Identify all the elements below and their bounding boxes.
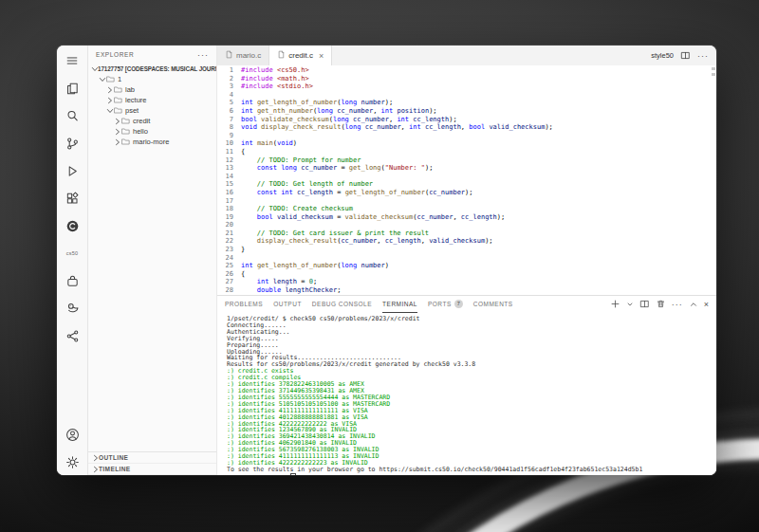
tree-item-17127757-codespaces-musical-journey[interactable]: 17127757 [CODESPACES: MUSICAL JOURNEY] — [88, 64, 216, 74]
panel-tab-ports[interactable]: PORTS7 — [428, 296, 463, 313]
tab-mario-c[interactable]: mario.c — [217, 46, 269, 65]
sidebar-footer: OUTLINETIMELINE — [88, 451, 216, 475]
terminal-line: 1/pset/credit/ $ — [227, 473, 716, 475]
activity-bar-search-icon[interactable] — [65, 108, 80, 123]
code-line: 1#include <cs50.h> — [217, 66, 716, 75]
folder-icon — [121, 127, 130, 136]
activity-bar: cs50 — [57, 46, 88, 475]
code-text: int get_length_of_number(long number); — [241, 99, 393, 107]
code-line: 10int main(void) — [217, 139, 716, 148]
file-icon — [225, 50, 233, 61]
activity-bar-cs50-logo-icon[interactable] — [65, 218, 80, 233]
tree-item-lecture[interactable]: lecture — [88, 95, 216, 105]
chevron-up-icon[interactable] — [689, 300, 698, 309]
overview-ruler — [712, 67, 715, 79]
code-line: 24 — [217, 254, 716, 263]
terminal-line: Preparing..... — [227, 342, 716, 349]
more-actions-icon[interactable]: ··· — [672, 303, 683, 306]
line-number: 4 — [217, 91, 233, 100]
code-text: display_check_result(cc_number, cc_lengt… — [241, 237, 493, 246]
editor-actions: style50··· — [651, 46, 716, 65]
explorer-sidebar: EXPLORER ··· 17127757 [CODESPACES: MUSIC… — [88, 46, 217, 475]
close-icon[interactable]: × — [319, 51, 324, 61]
code-line: 12 // TODO: Prompt for number — [217, 156, 716, 165]
split-editor-icon[interactable] — [680, 50, 691, 61]
code-text: #include <math.h> — [241, 75, 309, 83]
editor-tab-bar: mario.ccredit.c×style50··· — [217, 46, 716, 65]
code-line: 5int get_length_of_number(long number); — [217, 99, 716, 107]
activity-bar-menu-icon[interactable] — [65, 53, 80, 68]
code-line: 8void display_check_result(long cc_numbe… — [217, 123, 716, 132]
activity-bar-explorer-icon[interactable] — [65, 81, 80, 96]
tree-item-label: 1 — [118, 75, 121, 83]
tree-chevron-icon — [106, 107, 113, 115]
file-tree: 17127757 [CODESPACES: MUSICAL JOURNEY]1l… — [88, 64, 216, 451]
panel-tab-debug-console[interactable]: DEBUG CONSOLE — [312, 296, 372, 313]
code-line: 21 // TODO: Get card issuer & print the … — [217, 229, 716, 238]
line-number: 26 — [217, 270, 233, 279]
tree-item-credit[interactable]: credit — [88, 116, 216, 126]
folder-icon — [121, 117, 130, 125]
tree-chevron-icon — [106, 97, 113, 104]
tree-item-label: lab — [125, 85, 135, 94]
code-line: 28 double lengthChecker; — [217, 286, 716, 295]
code-text: int get_length_of_number(long number) — [241, 262, 389, 270]
close-icon[interactable]: × — [704, 300, 709, 309]
panel-tab-problems[interactable]: PROBLEMS — [225, 296, 263, 313]
code-line: 9 — [217, 132, 716, 140]
code-line: 19 bool valid_checksum = validate_checks… — [217, 213, 716, 222]
tree-item-pset[interactable]: pset — [88, 105, 216, 116]
folder-icon — [121, 138, 130, 146]
tree-item-label: lecture — [125, 96, 147, 104]
tree-item-lab[interactable]: lab — [88, 84, 216, 95]
activity-bar-run-debug-icon[interactable] — [65, 163, 80, 178]
sidebar-section-label: TIMELINE — [99, 466, 131, 472]
new-terminal-icon[interactable] — [610, 299, 620, 309]
sidebar-section-timeline[interactable]: TIMELINE — [88, 464, 216, 475]
panel-tab-output[interactable]: OUTPUT — [273, 296, 302, 313]
activity-bar-extensions-icon[interactable] — [65, 191, 80, 206]
tree-item-1[interactable]: 1 — [88, 74, 216, 84]
style50-button[interactable]: style50 — [651, 51, 674, 60]
panel-tab-terminal[interactable]: TERMINAL — [382, 296, 417, 313]
activity-bar-settings-gear-icon[interactable] — [65, 454, 80, 469]
tree-item-label: 17127757 [CODESPACES: MUSICAL JOURNEY] — [98, 65, 216, 72]
activity-bar-cs50-label[interactable]: cs50 — [65, 246, 80, 261]
line-number: 24 — [217, 254, 233, 263]
code-line: 26{ — [217, 270, 716, 279]
tree-item-mario-more[interactable]: mario-more — [88, 137, 216, 147]
chevron-down-icon[interactable] — [626, 301, 634, 308]
tree-item-hello[interactable]: hello — [88, 126, 216, 137]
folder-icon — [114, 96, 122, 104]
tree-item-label: pset — [125, 106, 139, 115]
terminal[interactable]: 1/pset/credit/ $ check50 cs50/problems/2… — [217, 312, 716, 475]
code-text: const int cc_length = get_length_of_numb… — [241, 189, 473, 197]
code-line: 7bool validate_checksum(long cc_number, … — [217, 116, 716, 124]
activity-bar-source-control-icon[interactable] — [65, 136, 80, 151]
code-editor[interactable]: 1#include <cs50.h>2#include <math.h>3#in… — [217, 65, 716, 295]
trash-icon[interactable] — [656, 299, 666, 309]
line-number: 20 — [217, 221, 233, 229]
line-number: 6 — [217, 107, 233, 116]
line-number: 3 — [217, 83, 233, 91]
code-text: // TODO: Create checksum — [241, 205, 353, 213]
activity-bar-duck-debugger-icon[interactable] — [65, 301, 80, 316]
tab-credit-c[interactable]: credit.c× — [269, 46, 332, 65]
line-number: 27 — [217, 278, 233, 286]
more-actions-icon[interactable]: ··· — [197, 53, 209, 57]
terminal-line: Results for cs50/problems/2023/x/credit … — [227, 361, 716, 368]
panel-header: PROBLEMSOUTPUTDEBUG CONSOLETERMINALPORTS… — [217, 296, 716, 312]
code-text: const long cc_number = get_long("Number:… — [241, 164, 433, 173]
split-terminal-icon[interactable] — [639, 299, 650, 309]
code-text: { — [241, 148, 245, 156]
panel-actions: ···× — [610, 299, 709, 309]
sidebar-section-outline[interactable]: OUTLINE — [88, 452, 216, 464]
panel-tab-comments[interactable]: COMMENTS — [473, 296, 513, 313]
activity-bar-account-icon[interactable] — [65, 427, 80, 442]
ports-badge: 7 — [454, 300, 463, 308]
activity-bar-bag-icon[interactable] — [65, 273, 80, 288]
code-line: 15 // TODO: Get length of number — [217, 180, 716, 189]
activity-bar-share-icon[interactable] — [65, 328, 80, 343]
more-actions-icon[interactable]: ··· — [697, 54, 709, 58]
tab-label: credit.c — [288, 51, 313, 60]
